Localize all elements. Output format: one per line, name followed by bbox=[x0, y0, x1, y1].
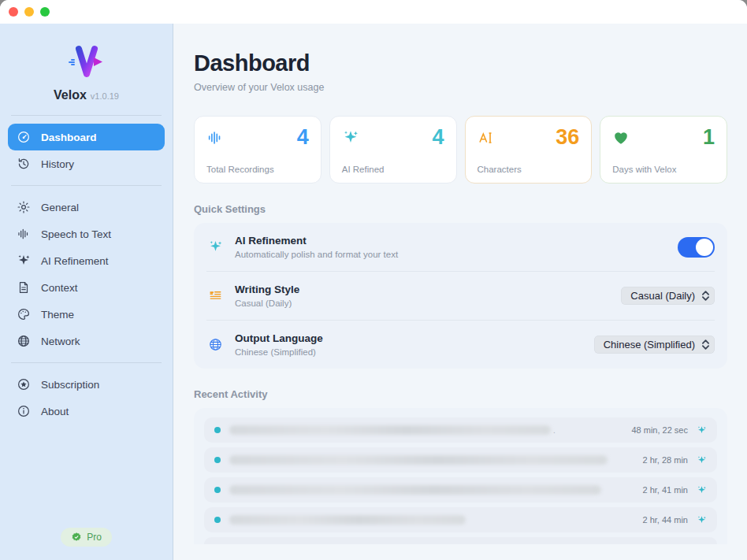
ai-refinement-toggle[interactable] bbox=[678, 237, 715, 258]
stat-value: 4 bbox=[432, 127, 444, 148]
sidebar-nav: Dashboard History bbox=[0, 124, 173, 177]
setting-subtitle: Casual (Daily) bbox=[235, 299, 299, 308]
output-language-select[interactable]: Chinese (Simplified) bbox=[594, 336, 715, 354]
sidebar-item-label: Speech to Text bbox=[41, 228, 111, 240]
sparkles-icon bbox=[206, 239, 224, 254]
stats-row: 4 Total Recordings 4 AI Refined bbox=[194, 116, 727, 184]
sparkles-icon bbox=[697, 515, 707, 525]
zoom-window-button[interactable] bbox=[40, 7, 50, 17]
chevron-up-down-icon bbox=[702, 339, 709, 350]
redacted-text-bar bbox=[229, 425, 551, 435]
history-icon bbox=[16, 157, 31, 172]
close-window-button[interactable] bbox=[9, 7, 18, 17]
app-logo-block: Velox v1.0.19 bbox=[0, 24, 173, 102]
sparkles-icon bbox=[342, 129, 359, 146]
info-icon bbox=[16, 404, 31, 419]
waveform-icon bbox=[16, 227, 31, 242]
activity-list-item-partial[interactable] bbox=[204, 537, 717, 544]
stat-card-days-with-velox: 1 Days with Velox bbox=[600, 116, 727, 184]
page-subtitle: Overview of your Velox usage bbox=[194, 82, 727, 93]
stat-label: Days with Velox bbox=[612, 165, 715, 174]
setting-subtitle: Chinese (Simplified) bbox=[235, 347, 323, 357]
redacted-text-bar bbox=[229, 485, 601, 495]
pro-badge[interactable]: Pro bbox=[61, 528, 112, 547]
sidebar-item-theme[interactable]: Theme bbox=[8, 301, 165, 328]
sidebar-item-subscription[interactable]: Subscription bbox=[8, 371, 165, 398]
sidebar-item-speech-to-text[interactable]: Speech to Text bbox=[8, 221, 165, 247]
setting-title: Output Language bbox=[235, 332, 323, 344]
sidebar-item-label: General bbox=[41, 202, 79, 213]
setting-title: AI Refinement bbox=[235, 235, 398, 247]
activity-duration: 2 hr, 41 min bbox=[643, 485, 688, 495]
redacted-text-bar bbox=[229, 455, 608, 465]
sidebar-item-label: History bbox=[41, 158, 74, 170]
activity-list-item[interactable]: . 48 min, 22 sec bbox=[204, 417, 717, 443]
sidebar-item-label: Subscription bbox=[41, 379, 99, 391]
sidebar-item-network[interactable]: Network bbox=[8, 328, 165, 354]
quick-settings-heading: Quick Settings bbox=[194, 203, 727, 215]
sidebar-item-label: AI Refinement bbox=[41, 255, 109, 267]
minimize-window-button[interactable] bbox=[24, 7, 34, 17]
sidebar-nav-settings: General Speech to Text AI Refinement Con… bbox=[0, 194, 173, 354]
sparkles-icon bbox=[697, 425, 707, 436]
stat-card-total-recordings: 4 Total Recordings bbox=[194, 116, 321, 184]
select-value: Chinese (Simplified) bbox=[604, 339, 695, 350]
character-cursor-icon bbox=[478, 129, 495, 146]
pro-badge-label: Pro bbox=[87, 532, 102, 543]
activity-list-item[interactable]: 2 hr, 44 min bbox=[204, 507, 717, 532]
setting-subtitle: Automatically polish and format your tex… bbox=[235, 250, 398, 259]
sidebar-divider bbox=[11, 185, 162, 186]
stat-value: 1 bbox=[703, 127, 715, 148]
sparkles-icon bbox=[697, 485, 707, 495]
toggle-knob bbox=[696, 239, 713, 256]
quick-settings-panel: AI Refinement Automatically polish and f… bbox=[194, 223, 727, 369]
redacted-suffix: . bbox=[553, 426, 556, 435]
sidebar-item-context[interactable]: Context bbox=[8, 274, 165, 301]
sidebar-item-general[interactable]: General bbox=[8, 194, 165, 221]
sparkles-icon bbox=[16, 254, 31, 269]
globe-icon bbox=[206, 337, 224, 352]
document-icon bbox=[16, 280, 31, 295]
main-content: Dashboard Overview of your Velox usage 4… bbox=[173, 24, 747, 560]
sidebar-item-history[interactable]: History bbox=[8, 150, 165, 177]
sidebar-item-dashboard[interactable]: Dashboard bbox=[8, 124, 165, 150]
setting-title: Writing Style bbox=[235, 284, 299, 295]
recent-activity-panel: . 48 min, 22 sec 2 hr, 28 min 2 hr, 41 m… bbox=[194, 408, 727, 544]
status-dot bbox=[214, 427, 221, 433]
activity-duration: 2 hr, 44 min bbox=[643, 515, 688, 525]
writing-style-select[interactable]: Casual (Daily) bbox=[621, 287, 715, 305]
quote-lines-icon bbox=[206, 288, 224, 303]
recent-activity-heading: Recent Activity bbox=[194, 388, 727, 400]
sidebar-divider bbox=[11, 362, 162, 363]
globe-icon bbox=[16, 334, 31, 349]
stat-card-ai-refined: 4 AI Refined bbox=[329, 116, 457, 184]
stat-label: AI Refined bbox=[342, 165, 444, 174]
sidebar-item-about[interactable]: About bbox=[8, 398, 165, 425]
app-window: Velox v1.0.19 Dashboard History bbox=[0, 0, 747, 560]
sidebar-item-label: Network bbox=[41, 336, 80, 347]
stat-label: Total Recordings bbox=[206, 165, 309, 174]
stat-value: 4 bbox=[297, 127, 309, 148]
sidebar-item-label: Theme bbox=[41, 309, 74, 321]
sidebar-item-label: Context bbox=[41, 282, 78, 294]
heart-icon bbox=[612, 129, 630, 146]
palette-icon bbox=[16, 307, 31, 322]
activity-duration: 2 hr, 28 min bbox=[643, 455, 688, 465]
app-version: v1.0.19 bbox=[91, 91, 119, 101]
titlebar bbox=[0, 0, 747, 24]
seal-check-icon bbox=[71, 532, 82, 543]
setting-row-ai-refinement: AI Refinement Automatically polish and f… bbox=[206, 223, 715, 271]
select-value: Casual (Daily) bbox=[630, 290, 695, 302]
sidebar: Velox v1.0.19 Dashboard History bbox=[0, 24, 173, 560]
gear-icon bbox=[16, 200, 31, 215]
sidebar-item-ai-refinement[interactable]: AI Refinement bbox=[8, 247, 165, 274]
activity-list-item[interactable]: 2 hr, 41 min bbox=[204, 477, 717, 503]
status-dot bbox=[214, 517, 221, 523]
sidebar-divider bbox=[11, 115, 162, 116]
sparkles-icon bbox=[697, 455, 707, 465]
redacted-text-bar bbox=[229, 515, 466, 525]
activity-list-item[interactable]: 2 hr, 28 min bbox=[204, 447, 717, 473]
sidebar-nav-meta: Subscription About bbox=[0, 371, 173, 425]
star-circle-icon bbox=[16, 377, 31, 392]
sidebar-item-label: Dashboard bbox=[41, 132, 97, 143]
